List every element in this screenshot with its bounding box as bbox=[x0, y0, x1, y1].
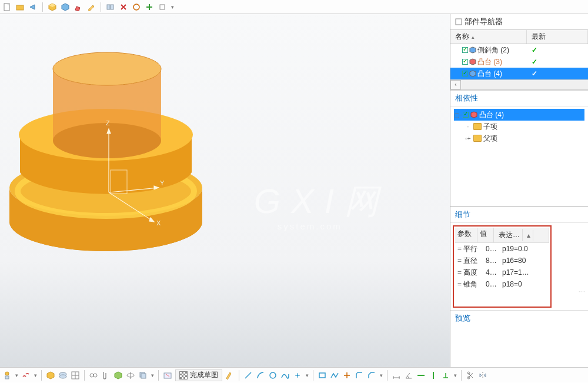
clip-icon[interactable] bbox=[101, 371, 111, 380]
plus-icon[interactable] bbox=[145, 2, 154, 12]
cube-blue-icon[interactable] bbox=[61, 2, 70, 12]
circle-icon[interactable] bbox=[132, 2, 141, 12]
wireframe-icon[interactable] bbox=[71, 371, 80, 380]
param-cell: 高度 bbox=[461, 268, 483, 278]
col-value[interactable]: 值 bbox=[477, 228, 494, 242]
finish-sketch-button[interactable]: 完成草图 bbox=[175, 369, 222, 381]
3d-viewport[interactable]: G X I 网 system.com bbox=[0, 14, 450, 367]
dim-linear-icon[interactable] bbox=[392, 371, 401, 380]
col-name[interactable]: 名称▴ bbox=[450, 30, 527, 44]
navigator-row[interactable]: 凸台 (4)✓ bbox=[450, 68, 588, 79]
h-scrollbar[interactable]: ‹ bbox=[450, 79, 588, 90]
circle2-icon[interactable] bbox=[268, 371, 278, 380]
svg-rect-40 bbox=[319, 373, 325, 378]
feature-icon bbox=[469, 46, 476, 54]
value-cell: 4… bbox=[483, 268, 500, 277]
polyline-icon[interactable] bbox=[330, 371, 339, 380]
details-header: 参数 值 表达…▴ bbox=[455, 228, 549, 243]
chain-icon[interactable] bbox=[89, 371, 98, 380]
expr-cell: p18=0 bbox=[500, 280, 549, 288]
open-icon[interactable] bbox=[15, 2, 25, 12]
checkbox-icon[interactable] bbox=[462, 59, 468, 65]
trim-icon[interactable] bbox=[466, 371, 475, 380]
chamfer-icon[interactable] bbox=[367, 371, 376, 380]
link-icon[interactable] bbox=[21, 371, 31, 380]
dim-angle-icon[interactable] bbox=[404, 371, 413, 380]
spline-icon[interactable] bbox=[280, 371, 290, 380]
svg-rect-20 bbox=[456, 19, 462, 25]
details-row[interactable]: =平行0…p19=0.0 bbox=[455, 243, 549, 255]
svg-rect-1 bbox=[16, 5, 24, 10]
value-cell: 0… bbox=[483, 245, 500, 253]
point-icon[interactable] bbox=[293, 371, 302, 380]
stack-icon[interactable] bbox=[138, 371, 148, 380]
constraint-v-icon[interactable] bbox=[429, 371, 438, 380]
mirror-icon[interactable] bbox=[478, 371, 487, 380]
sketch-plane-icon[interactable] bbox=[163, 371, 172, 380]
check-icon: ✓ bbox=[532, 69, 537, 78]
navigator-header: 名称▴ 最新 bbox=[450, 29, 588, 44]
new-icon[interactable] bbox=[2, 2, 12, 12]
sketch-icon[interactable] bbox=[2, 371, 12, 380]
checkbox-icon[interactable] bbox=[462, 47, 468, 53]
dep-parent[interactable]: ▫+ 父项 bbox=[465, 132, 584, 144]
equals-icon: = bbox=[455, 245, 461, 253]
svg-rect-33 bbox=[141, 374, 146, 378]
row-label: 凸台 (3) bbox=[477, 57, 502, 67]
pencil-icon[interactable] bbox=[86, 2, 96, 12]
svg-point-29 bbox=[93, 374, 97, 377]
details-row[interactable]: =锥角0…p18=0 bbox=[455, 278, 549, 290]
dropdown-icon[interactable]: ▾ bbox=[171, 4, 174, 10]
layer-icon[interactable] bbox=[58, 371, 68, 380]
collapse-icon[interactable]: ▢− bbox=[454, 112, 461, 118]
rect-icon[interactable] bbox=[318, 371, 327, 380]
constraint-h-icon[interactable] bbox=[416, 371, 426, 380]
svg-rect-2 bbox=[107, 5, 110, 9]
scroll-left-icon[interactable]: ‹ bbox=[450, 80, 461, 89]
row-label: 凸台 (4) bbox=[477, 69, 502, 79]
perp-icon[interactable] bbox=[441, 371, 450, 380]
navigator-row[interactable]: 凸台 (3)✓ bbox=[450, 56, 588, 68]
watermark: G X I 网 system.com bbox=[254, 179, 379, 231]
square-icon[interactable] bbox=[158, 2, 167, 12]
extrude-icon[interactable] bbox=[113, 371, 123, 380]
fillet-icon[interactable] bbox=[355, 371, 364, 380]
plus2-icon[interactable] bbox=[342, 371, 352, 380]
svg-point-4 bbox=[133, 4, 139, 10]
arc-icon[interactable] bbox=[256, 371, 265, 380]
navigator-row[interactable]: 倒斜角 (2)✓ bbox=[450, 44, 588, 56]
feature-icon bbox=[469, 58, 476, 65]
revolve-icon[interactable] bbox=[126, 371, 135, 380]
svg-text:Z: Z bbox=[106, 119, 110, 126]
checkered-flag-icon bbox=[179, 371, 188, 379]
cube-yellow-icon[interactable] bbox=[48, 2, 57, 12]
nav-icon[interactable] bbox=[28, 2, 38, 12]
check-icon: ✓ bbox=[532, 58, 537, 66]
cube-icon[interactable] bbox=[46, 371, 55, 380]
sheets-icon[interactable] bbox=[106, 2, 115, 12]
svg-point-24 bbox=[59, 375, 66, 378]
checkbox-icon[interactable] bbox=[462, 71, 468, 76]
3d-model[interactable]: Z Y X bbox=[6, 46, 218, 294]
value-cell: 8… bbox=[483, 257, 500, 265]
svg-point-36 bbox=[270, 372, 276, 378]
sketch-env-icon[interactable] bbox=[225, 371, 235, 380]
line-icon[interactable] bbox=[243, 371, 253, 380]
details-row[interactable]: =直径8…p16=80 bbox=[455, 255, 549, 267]
param-cell: 平行 bbox=[461, 244, 483, 254]
checkbox-icon[interactable] bbox=[463, 112, 469, 118]
details-row[interactable]: =高度4…p17=1… bbox=[455, 267, 549, 278]
preview-title: 预览 bbox=[450, 310, 588, 326]
expand-icon[interactable]: ▫+ bbox=[465, 135, 472, 142]
edit-icon[interactable] bbox=[74, 2, 83, 12]
dep-child[interactable]: · 子项 bbox=[465, 121, 584, 132]
details-title: 细节 bbox=[450, 207, 588, 223]
equals-icon: = bbox=[455, 280, 461, 288]
dep-root[interactable]: ▢− 凸台 (4) bbox=[454, 109, 584, 121]
cancel-icon[interactable] bbox=[119, 2, 128, 12]
col-param[interactable]: 参数 bbox=[455, 228, 477, 242]
top-toolbar: ▾ bbox=[0, 0, 588, 14]
col-latest[interactable]: 最新 bbox=[527, 30, 588, 44]
value-cell: 0… bbox=[483, 280, 500, 288]
col-expr[interactable]: 表达…▴ bbox=[494, 228, 549, 242]
